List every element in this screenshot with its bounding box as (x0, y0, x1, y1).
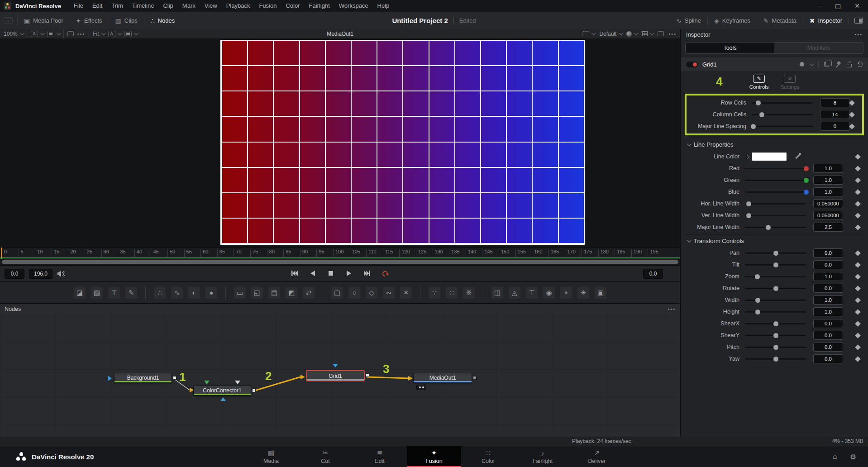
page-tab-cut[interactable]: ✂Cut (298, 446, 353, 467)
slider[interactable] (745, 335, 806, 336)
loop-icon[interactable] (381, 270, 391, 277)
keyframe-diamond-icon[interactable] (849, 124, 855, 129)
viewer-lut-dropdown[interactable]: Default (599, 31, 622, 37)
slider[interactable] (745, 215, 806, 216)
viewer-channel-a-dropdown[interactable]: A (31, 31, 43, 37)
menu-mark[interactable]: Mark (178, 0, 200, 12)
spot-light-3d-icon[interactable]: ✳ (577, 287, 589, 299)
nodes-button[interactable]: ∴Nodes (144, 12, 181, 29)
slider[interactable] (745, 276, 806, 277)
keyframe-diamond-icon[interactable] (855, 286, 861, 291)
spline-button[interactable]: ∿Spline (670, 12, 707, 29)
hue-curves-icon[interactable]: ● (205, 287, 217, 299)
slider[interactable] (752, 126, 813, 127)
menu-file[interactable]: File (69, 0, 88, 12)
slider[interactable] (745, 203, 806, 205)
keyframe-diamond-icon[interactable] (855, 262, 861, 268)
keyframe-diamond-icon[interactable] (855, 224, 861, 230)
stop-icon[interactable] (326, 270, 336, 277)
page-tab-fusion[interactable]: ✦Fusion (407, 446, 461, 467)
menu-workspace[interactable]: Workspace (334, 0, 373, 12)
text-plus-icon[interactable]: T (108, 287, 120, 299)
chevron-down-icon[interactable] (810, 62, 814, 66)
slider[interactable] (745, 323, 806, 324)
slider[interactable] (745, 358, 806, 360)
menu-help[interactable]: Help (373, 0, 394, 12)
clips-button[interactable]: ▥Clips (109, 12, 144, 29)
slider[interactable] (745, 347, 806, 348)
image-plane-3d-icon[interactable]: ◫ (491, 287, 503, 299)
subtab-controls[interactable]: ✎Controls (749, 75, 769, 90)
value-field[interactable]: 1.0 (813, 307, 843, 316)
node-colorcorrector1[interactable]: ColorCorrector1 (193, 386, 251, 396)
close-icon[interactable]: ✕ (854, 2, 860, 10)
chroma-keyer-icon[interactable]: ◩ (286, 287, 297, 299)
viewer2-channel-a-dropdown[interactable]: A (108, 31, 121, 37)
value-field[interactable]: 1.0 (813, 295, 843, 305)
play-icon[interactable] (344, 270, 354, 277)
menu-trim[interactable]: Trim (107, 0, 128, 12)
text-3d-icon[interactable]: ⊤ (526, 287, 538, 299)
inspector-button[interactable]: ✖Inspector (803, 12, 849, 29)
tab-tools[interactable]: Tools (686, 43, 774, 53)
bspline-mask-icon[interactable]: ∾ (383, 287, 395, 299)
page-tab-edit[interactable]: ≣Edit (353, 446, 407, 467)
section-header-line-properties[interactable]: Line Properties (681, 138, 868, 151)
metadata-button[interactable]: ✎Metadata (757, 12, 803, 29)
menu-fairlight[interactable]: Fairlight (305, 0, 334, 12)
keyframe-diamond-icon[interactable] (855, 274, 861, 280)
roi-icon[interactable] (67, 31, 74, 36)
node-port-icon[interactable] (204, 381, 210, 384)
keyframe-diamond-icon[interactable] (855, 213, 861, 219)
keyframe-diamond-icon[interactable] (855, 166, 861, 172)
viewer2-buffer-dropdown[interactable] (124, 31, 137, 37)
menu-timeline[interactable]: Timeline (128, 0, 159, 12)
viewer-guides-dropdown[interactable] (582, 31, 595, 36)
viewer-zoom-dropdown[interactable]: 100% (4, 31, 23, 37)
subtab-settings[interactable]: ⚙Settings (781, 75, 800, 90)
viewer-buffer-dropdown[interactable] (47, 31, 60, 37)
keyframe-diamond-icon[interactable] (855, 250, 861, 256)
viewer-canvas[interactable] (0, 39, 680, 247)
slider[interactable] (745, 253, 806, 254)
value-field[interactable]: 0.0 (813, 248, 843, 257)
home-icon[interactable]: ⌂ (833, 453, 837, 461)
keyframe-diamond-icon[interactable] (855, 356, 861, 362)
ellipse-mask-icon[interactable]: ○ (348, 287, 360, 299)
particle-render-icon[interactable]: ※ (463, 287, 475, 299)
slider[interactable] (745, 191, 806, 193)
node-output-port[interactable] (366, 373, 369, 377)
keyframe-diamond-icon[interactable] (855, 189, 861, 195)
copy-settings-icon[interactable] (824, 62, 830, 67)
merge-icon[interactable]: ◱ (251, 287, 263, 299)
camera-3d-icon[interactable]: ⌖ (560, 287, 572, 299)
page-tab-color[interactable]: ∷Color (461, 446, 515, 467)
polygon-mask-icon[interactable]: ◇ (366, 287, 377, 299)
line-color-swatch[interactable] (752, 152, 787, 161)
transform-icon[interactable]: ▭ (234, 287, 246, 299)
node-background1[interactable]: Background1 (114, 373, 172, 383)
slider[interactable] (745, 264, 806, 266)
keyframe-diamond-icon[interactable] (855, 344, 861, 350)
page-tab-fairlight[interactable]: ♪Fairlight (515, 446, 570, 467)
rectangle-mask-icon[interactable]: ▢ (331, 287, 343, 299)
value-field[interactable]: 8 (820, 98, 850, 107)
menu-playback[interactable]: Playback (222, 0, 255, 12)
slider[interactable] (745, 311, 806, 313)
reset-icon[interactable] (857, 62, 863, 67)
value-field[interactable]: 14 (820, 110, 850, 119)
value-field[interactable]: 0.050000 (813, 211, 843, 220)
value-field[interactable]: 1.0 (813, 187, 843, 196)
media-pool-button[interactable]: ▣Media Pool (18, 12, 69, 29)
merge-3d-icon[interactable]: ◉ (543, 287, 555, 299)
menu-clip[interactable]: Clip (158, 0, 177, 12)
viewer-3d-view-dropdown[interactable] (626, 31, 637, 37)
last-frame-icon[interactable] (362, 270, 372, 277)
effects-button[interactable]: ✦Effects (69, 12, 108, 29)
paint-icon[interactable]: ✎ (125, 287, 137, 299)
viewer-grid-dropdown[interactable] (642, 31, 653, 36)
node-output-port[interactable] (173, 376, 176, 380)
value-field[interactable]: 0.0 (813, 284, 843, 293)
node-output-port[interactable] (252, 389, 256, 392)
tab-modifiers[interactable]: Modifiers (774, 43, 863, 53)
